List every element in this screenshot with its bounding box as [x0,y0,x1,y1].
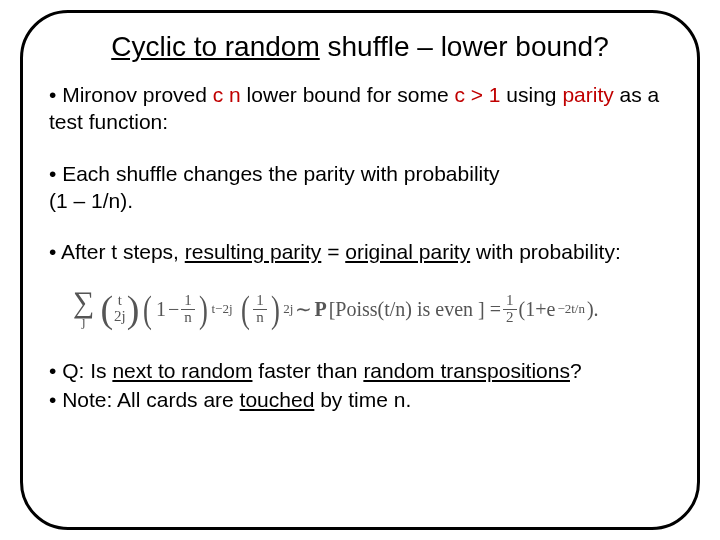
one: 1 [156,298,166,321]
red-c-gt-1: c > 1 [454,83,500,106]
bottom-block: • Q: Is next to random faster than rando… [49,357,671,414]
text: Note: All cards are [62,388,239,411]
sim: ∼ [295,297,312,321]
title-rest: shuffle – lower bound? [320,31,609,62]
frac-den: n [181,310,195,326]
touched: touched [240,388,315,411]
red-parity: parity [562,83,613,106]
bullet-4: • Q: Is next to random faster than rando… [49,357,671,384]
bullet-marker: • [49,162,62,185]
prob-text: [Poiss(t/n) is even ] = [329,298,501,321]
rparen-icon: ) [199,294,208,324]
fraction-1-n: 1 n [181,293,195,326]
bullet-marker: • [49,359,62,382]
sum-symbol: ∑ j [73,289,94,329]
title-underlined: Cyclic to random [111,31,320,62]
bullet-1: • Mironov proved c n lower bound for som… [49,81,671,136]
text: = [321,240,345,263]
lparen-icon: ( [100,294,113,324]
close-paren: ). [587,298,599,321]
original-parity: original parity [345,240,470,263]
formula: ∑ j ( t 2j ) ( 1 − 1 n ) t−2j ( 1 n ) 2j… [73,289,671,329]
binom-bot: 2j [114,309,126,325]
bullet-marker: • [49,388,62,411]
slide-card: Cyclic to random shuffle – lower bound? … [20,10,700,530]
text: Mironov proved [62,83,213,106]
text: Each shuffle changes the parity with pro… [62,162,499,185]
text: (1 – 1/n). [49,189,133,212]
text: ? [570,359,582,382]
resulting-parity: resulting parity [185,240,322,263]
bullet-5: • Note: All cards are touched by time n. [49,386,671,413]
text: After t steps, [61,240,185,263]
slide-title: Cyclic to random shuffle – lower bound? [49,31,671,63]
bullet-3: • After t steps, resulting parity = orig… [49,238,671,265]
fraction-half: 1 2 [503,293,517,326]
sum-sub: j [82,315,86,329]
rparen-icon: ) [127,294,140,324]
open-paren-exp: (1+e [519,298,556,321]
frac-num: 1 [253,293,267,310]
rparen-icon: ) [271,294,280,324]
text: faster than [252,359,363,382]
bullet-2: • Each shuffle changes the parity with p… [49,160,671,215]
random-transpositions: random transpositions [363,359,570,382]
fraction-1-n-b: 1 n [253,293,267,326]
frac-num: 1 [181,293,195,310]
red-c-n: c n [213,83,241,106]
text: with probability: [470,240,621,263]
next-to-random: next to random [112,359,252,382]
minus: − [168,298,179,321]
prob-P: P [314,298,326,321]
frac-den: n [253,310,267,326]
binom-top: t [118,293,122,309]
sigma-icon: ∑ [73,289,94,315]
binomial: ( t 2j ) [100,293,139,325]
frac-num: 1 [503,293,517,310]
frac-den: 2 [503,310,517,326]
text: using [501,83,563,106]
lparen-icon: ( [240,294,249,324]
lparen-icon: ( [143,294,152,324]
text: by time n. [314,388,411,411]
text: Q: Is [62,359,112,382]
bullet-marker: • [49,83,62,106]
bullet-marker: • [49,240,61,263]
text: lower bound for some [241,83,455,106]
